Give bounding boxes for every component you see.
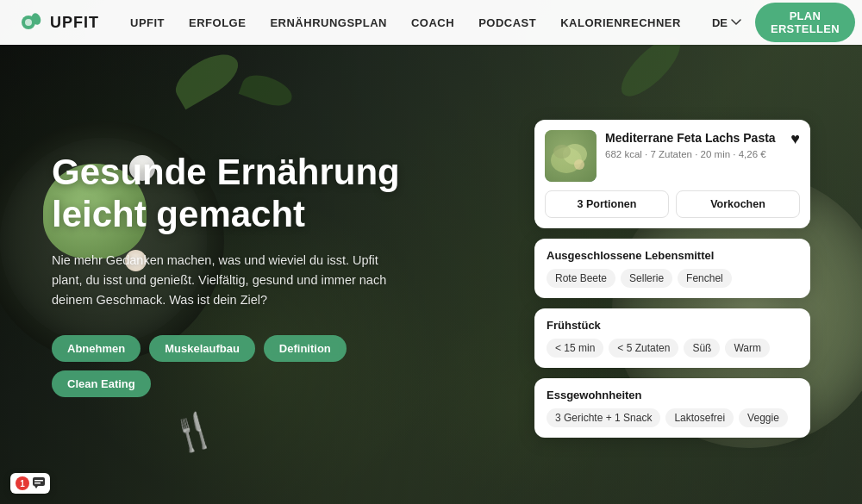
essgewohnheiten-card: Essgewohnheiten 3 Gerichte + 1 Snack Lak… <box>534 378 810 438</box>
tag-warm[interactable]: Warm <box>725 339 770 358</box>
svg-point-4 <box>551 147 582 173</box>
tag-rote-beete[interactable]: Rote Beete <box>547 269 615 288</box>
nav-links: UPFIT ERFOLGE ERNÄHRUNGSPLAN COACH PODCA… <box>130 16 741 29</box>
svg-point-7 <box>574 159 584 170</box>
tag-laktosefrei[interactable]: Laktosefrei <box>665 408 734 427</box>
tag-definition[interactable]: Definition <box>264 335 347 362</box>
plan-erstellen-button[interactable]: PLAN ERSTELLEN <box>755 3 855 42</box>
nav-erfolge[interactable]: ERFOLGE <box>189 16 246 29</box>
recipe-title: Mediterrane Feta Lachs Pasta <box>605 130 782 146</box>
recipe-info: Mediterrane Feta Lachs Pasta 682 kcal · … <box>605 130 782 159</box>
nav-coach[interactable]: COACH <box>411 16 454 29</box>
heart-icon[interactable]: ♥ <box>790 130 800 148</box>
nav-podcast[interactable]: PODCAST <box>478 16 536 29</box>
hero-description: Nie mehr Gedanken machen, was und wievie… <box>52 251 397 311</box>
ausgeschlossene-tags: Rote Beete Sellerie Fenchel <box>547 269 798 288</box>
tag-gerichte-snack[interactable]: 3 Gerichte + 1 Snack <box>547 408 660 427</box>
logo-text: UPFIT <box>50 14 99 32</box>
nav-upfit[interactable]: UPFIT <box>130 16 165 29</box>
tag-15min[interactable]: < 15 min <box>547 339 603 358</box>
logo-icon <box>21 10 45 34</box>
svg-point-6 <box>553 145 571 159</box>
ausgeschlossene-card: Ausgeschlossene Lebensmittel Rote Beete … <box>534 239 810 298</box>
nav-actions: PLAN ERSTELLEN STARTEN <box>755 3 862 42</box>
recipe-buttons: 3 Portionen Vorkochen <box>545 190 800 218</box>
svg-rect-10 <box>34 482 41 484</box>
svg-point-5 <box>563 144 587 165</box>
svg-rect-9 <box>34 480 43 482</box>
svg-point-1 <box>25 19 32 26</box>
recipe-header: Mediterrane Feta Lachs Pasta 682 kcal · … <box>545 130 800 182</box>
recipe-card: Mediterrane Feta Lachs Pasta 682 kcal · … <box>534 120 810 228</box>
recipe-meta: 682 kcal · 7 Zutaten · 20 min · 4,26 € <box>605 149 782 159</box>
nav-kalorienrechner[interactable]: KALORIENRECHNER <box>560 16 681 29</box>
chat-icon <box>33 477 45 489</box>
notification-count: 1 <box>16 476 29 490</box>
hero-left-section: Gesunde Ernährung leicht gemacht Nie meh… <box>52 152 465 396</box>
tag-sellerie[interactable]: Sellerie <box>621 269 672 288</box>
nav-language[interactable]: DE <box>712 16 741 29</box>
svg-rect-8 <box>33 477 45 486</box>
ausgeschlossene-title: Ausgeschlossene Lebensmittel <box>547 249 798 262</box>
logo[interactable]: UPFIT <box>21 10 99 34</box>
tag-5zutaten[interactable]: < 5 Zutaten <box>609 339 678 358</box>
fruehstueck-card: Frühstück < 15 min < 5 Zutaten Süß Warm <box>534 308 810 368</box>
recipe-thumbnail <box>545 130 597 182</box>
fruehstueck-tags: < 15 min < 5 Zutaten Süß Warm <box>547 339 798 358</box>
notification-badge[interactable]: 1 <box>10 473 50 494</box>
tag-muskelaufbau[interactable]: Muskelaufbau <box>149 335 255 362</box>
tag-suess[interactable]: Süß <box>684 339 720 358</box>
hero-title: Gesunde Ernährung leicht gemacht <box>52 152 431 235</box>
essgewohnheiten-tags: 3 Gerichte + 1 Snack Laktosefrei Veggie <box>547 408 798 427</box>
hero-content: Gesunde Ernährung leicht gemacht Nie meh… <box>0 45 862 504</box>
hero-tags: Abnehmen Muskelaufbau Definition Clean E… <box>52 335 431 397</box>
vorkochen-button[interactable]: Vorkochen <box>676 190 800 218</box>
hero-right-section: Mediterrane Feta Lachs Pasta 682 kcal · … <box>465 111 810 438</box>
portionen-button[interactable]: 3 Portionen <box>545 190 669 218</box>
essgewohnheiten-title: Essgewohnheiten <box>547 389 798 401</box>
svg-rect-3 <box>545 130 597 182</box>
tag-abnehmen[interactable]: Abnehmen <box>52 335 141 362</box>
tag-fenchel[interactable]: Fenchel <box>678 269 732 288</box>
tag-clean-eating[interactable]: Clean Eating <box>52 370 151 397</box>
recipe-image <box>545 130 597 182</box>
navbar: UPFIT UPFIT ERFOLGE ERNÄHRUNGSPLAN COACH… <box>0 0 862 45</box>
tag-veggie[interactable]: Veggie <box>739 408 788 427</box>
nav-ernaehrungsplan[interactable]: ERNÄHRUNGSPLAN <box>270 16 387 29</box>
fruehstueck-title: Frühstück <box>547 319 798 332</box>
chevron-down-icon <box>731 19 741 26</box>
